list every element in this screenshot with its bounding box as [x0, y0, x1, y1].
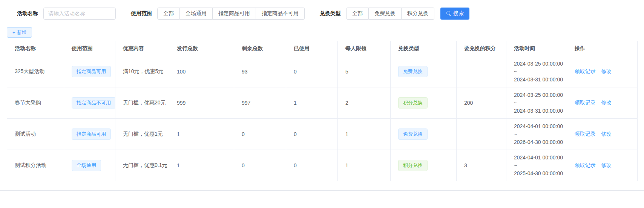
col-header-discount-content: 优惠内容 [115, 41, 169, 56]
cell-discount-content: 无门槛，优惠1元 [115, 119, 169, 150]
cell-remaining: 0 [234, 150, 286, 181]
cell-activity-name: 测试积分活动 [7, 150, 64, 181]
cell-used: 0 [286, 150, 338, 181]
edit-link[interactable]: 修改 [601, 99, 612, 106]
search-button[interactable]: 搜索 [440, 8, 469, 20]
time-separator: ~ [514, 99, 567, 107]
cell-activity-name: 春节大采购 [7, 87, 64, 119]
cell-discount-content: 无门槛，优惠20元 [115, 87, 169, 119]
cell-actions: 领取记录 修改 [567, 150, 638, 181]
cell-points-required [457, 56, 506, 87]
cell-actions: 领取记录 修改 [567, 119, 638, 150]
time-separator: ~ [514, 130, 567, 138]
activity-name-label: 活动名称 [17, 10, 38, 17]
plus-icon: + [12, 30, 15, 35]
table-row: 春节大采购 指定商品不可用 无门槛，优惠20元 999 997 1 2 积分兑换… [7, 87, 638, 119]
edit-link[interactable]: 修改 [601, 162, 612, 168]
time-start: 2024-03-25 00:00:00 [514, 91, 567, 99]
exchange-type-label: 兑换类型 [320, 10, 341, 17]
cell-remaining: 997 [234, 87, 286, 119]
scope-tag: 指定商品不可用 [72, 97, 115, 109]
exchange-type-button-group: 全部 免费兑换 积分兑换 [346, 8, 434, 20]
cell-total-issued: 100 [169, 56, 234, 87]
scope-option-specified-unusable[interactable]: 指定商品不可用 [256, 8, 305, 20]
exchange-type-tag: 积分兑换 [398, 160, 428, 171]
cell-total-issued: 1 [169, 119, 234, 150]
search-button-label: 搜索 [453, 10, 464, 17]
cell-used: 1 [286, 87, 338, 119]
edit-link[interactable]: 修改 [601, 68, 612, 74]
col-header-per-person-limit: 每人限领 [338, 41, 391, 56]
exchange-option-points[interactable]: 积分兑换 [402, 8, 434, 20]
col-header-points-required: 要兑换的积分 [457, 41, 506, 56]
cell-points-required: 3 [457, 150, 506, 181]
filter-bar: 活动名称 使用范围 全部 全场通用 指定商品可用 指定商品不可用 兑换类型 全部… [0, 0, 644, 20]
col-header-activity-name: 活动名称 [7, 41, 64, 56]
table-row: 测试活动 指定商品可用 无门槛，优惠1元 1 0 0 1 免费兑换 2024-0… [7, 119, 638, 150]
time-end: 2024-03-31 00:00:00 [514, 76, 567, 84]
cell-activity-time: 2024-04-01 00:00:00 ~ 2025-04-30 00:00:0… [506, 150, 567, 181]
edit-link[interactable]: 修改 [601, 131, 612, 137]
add-button-label: 新增 [17, 29, 26, 36]
col-header-activity-time: 活动时间 [506, 41, 567, 56]
exchange-option-free[interactable]: 免费兑换 [369, 8, 402, 20]
activity-name-input[interactable] [43, 8, 116, 20]
scope-tag: 指定商品可用 [72, 128, 111, 140]
scope-label: 使用范围 [131, 10, 152, 17]
cell-per-person-limit: 1 [338, 150, 391, 181]
claim-records-link[interactable]: 领取记录 [575, 99, 596, 106]
scope-option-specified-usable[interactable]: 指定商品可用 [213, 8, 256, 20]
claim-records-link[interactable]: 领取记录 [575, 68, 596, 74]
time-end: 2024-03-31 00:00:00 [514, 107, 567, 115]
scope-option-universal[interactable]: 全场通用 [180, 8, 213, 20]
table-header-row: 活动名称 使用范围 优惠内容 发行总数 剩余总数 已使用 每人限领 兑换类型 要… [7, 41, 638, 56]
cell-activity-time: 2024-03-25 00:00:00 ~ 2024-03-31 00:00:0… [506, 87, 567, 119]
activity-table: 活动名称 使用范围 优惠内容 发行总数 剩余总数 已使用 每人限领 兑换类型 要… [7, 41, 638, 181]
time-end: 2026-04-30 00:00:00 [514, 138, 567, 146]
exchange-type-tag: 积分兑换 [398, 97, 428, 109]
cell-discount-content: 满10元，优惠5元 [115, 56, 169, 87]
time-start: 2024-03-25 00:00:00 [514, 60, 567, 68]
col-header-used: 已使用 [286, 41, 338, 56]
time-end: 2025-04-30 00:00:00 [514, 170, 567, 177]
time-start: 2024-04-01 00:00:00 [514, 122, 567, 130]
table-row: 测试积分活动 全场通用 无门槛，优惠0.1元 1 0 0 1 积分兑换 3 20… [7, 150, 638, 181]
cell-activity-name: 325大型活动 [7, 56, 64, 87]
add-button[interactable]: + 新增 [7, 27, 32, 38]
cell-points-required: 200 [457, 87, 506, 119]
col-header-total-issued: 发行总数 [169, 41, 234, 56]
cell-actions: 领取记录 修改 [567, 87, 638, 119]
scope-tag: 指定商品可用 [72, 66, 111, 77]
cell-discount-content: 无门槛，优惠0.1元 [115, 150, 169, 181]
time-separator: ~ [514, 68, 567, 76]
toolbar: + 新增 [0, 20, 644, 41]
time-start: 2024-04-01 00:00:00 [514, 154, 567, 162]
exchange-type-tag: 免费兑换 [398, 128, 428, 140]
cell-used: 0 [286, 56, 338, 87]
search-icon [446, 11, 451, 16]
claim-records-link[interactable]: 领取记录 [575, 131, 596, 137]
col-header-actions: 操作 [567, 41, 638, 56]
cell-per-person-limit: 1 [338, 119, 391, 150]
cell-total-issued: 1 [169, 150, 234, 181]
cell-total-issued: 999 [169, 87, 234, 119]
scope-tag: 全场通用 [72, 160, 101, 171]
table-row: 325大型活动 指定商品可用 满10元，优惠5元 100 93 0 5 免费兑换… [7, 56, 638, 87]
cell-per-person-limit: 5 [338, 56, 391, 87]
cell-points-required [457, 119, 506, 150]
col-header-remaining: 剩余总数 [234, 41, 286, 56]
cell-remaining: 93 [234, 56, 286, 87]
exchange-type-tag: 免费兑换 [398, 66, 428, 77]
scope-option-all[interactable]: 全部 [157, 8, 180, 20]
cell-actions: 领取记录 修改 [567, 56, 638, 87]
cell-activity-time: 2024-03-25 00:00:00 ~ 2024-03-31 00:00:0… [506, 56, 567, 87]
cell-remaining: 0 [234, 119, 286, 150]
col-header-exchange-type: 兑换类型 [391, 41, 457, 56]
col-header-scope: 使用范围 [64, 41, 115, 56]
time-separator: ~ [514, 162, 567, 170]
cell-activity-name: 测试活动 [7, 119, 64, 150]
cell-used: 0 [286, 119, 338, 150]
exchange-option-all[interactable]: 全部 [346, 8, 369, 20]
claim-records-link[interactable]: 领取记录 [575, 162, 596, 168]
activity-table-wrap: 活动名称 使用范围 优惠内容 发行总数 剩余总数 已使用 每人限领 兑换类型 要… [7, 41, 637, 181]
